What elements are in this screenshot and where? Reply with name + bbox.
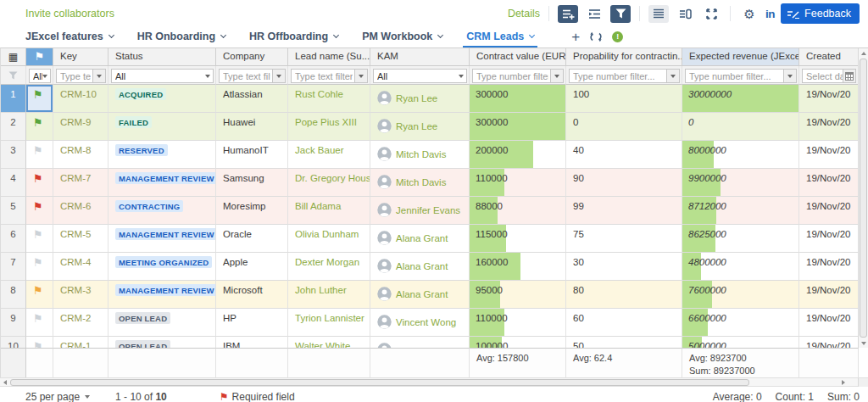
flag-cell[interactable]: ⚑	[26, 141, 53, 169]
contract-value-cell[interactable]: 110000	[470, 309, 566, 337]
details-link[interactable]: Details	[508, 8, 540, 20]
lead-name-cell[interactable]: John Luther	[288, 281, 370, 309]
filter-expected-revenue[interactable]	[682, 66, 799, 85]
contract-value-cell[interactable]: 115000	[470, 225, 566, 253]
filter-status[interactable]: All	[108, 66, 216, 85]
filter-created[interactable]	[799, 66, 859, 85]
row-number-cell[interactable]: 7	[1, 253, 26, 281]
tab-jexcel-features[interactable]: JExcel features	[25, 25, 114, 47]
expected-revenue-cell[interactable]: 8625000	[682, 225, 799, 253]
key-filter-input[interactable]	[56, 69, 93, 83]
created-cell[interactable]: 19/Nov/20	[799, 281, 859, 309]
probability-cell[interactable]: 40	[566, 141, 682, 169]
created-cell[interactable]: 19/Nov/20	[799, 141, 859, 169]
status-cell[interactable]: RESERVED	[108, 141, 216, 169]
contract-value-cell[interactable]: 100000	[470, 337, 566, 348]
kam-cell[interactable]: Mitch Davis	[370, 141, 470, 169]
lead-name-cell[interactable]: Tyrion Lannister	[288, 309, 370, 337]
freeze-columns-button[interactable]	[675, 5, 695, 23]
expected-revenue-cell[interactable]: 4800000	[682, 253, 799, 281]
scroll-up-arrow[interactable]	[859, 48, 868, 58]
flag-cell[interactable]: ⚑	[26, 169, 53, 197]
company-cell[interactable]: Moresimp	[216, 197, 288, 225]
row-density-button[interactable]	[648, 5, 669, 23]
company-cell[interactable]: IBM	[216, 337, 288, 348]
tab-hr-offboarding[interactable]: HR Offboarding	[249, 25, 338, 47]
column-header-created[interactable]: Created	[799, 48, 859, 66]
company-cell[interactable]: Samsung	[216, 169, 288, 197]
lead-name-cell[interactable]: Dexter Morgan	[288, 253, 370, 281]
column-header-lead-name[interactable]: Lead name (Su...	[288, 48, 370, 66]
row-number-cell[interactable]: 6	[1, 225, 26, 253]
expected-revenue-cell[interactable]: 30000000	[682, 85, 799, 113]
flag-cell[interactable]: ⚑	[26, 225, 53, 253]
contract-value-cell[interactable]: 160000	[470, 253, 566, 281]
kam-cell[interactable]: Mitch Davis	[370, 169, 470, 197]
column-header-company[interactable]: Company	[216, 48, 288, 66]
company-filter-input[interactable]	[219, 69, 273, 83]
column-header-flag[interactable]: ⚑	[26, 48, 53, 66]
lead-filter-input[interactable]	[291, 69, 355, 83]
filter-company[interactable]	[216, 66, 288, 85]
kam-cell[interactable]: Vincent Wong	[370, 309, 470, 337]
created-cell[interactable]: 19/Nov/20	[799, 169, 859, 197]
probability-cell[interactable]: 30	[566, 253, 682, 281]
expected-revenue-cell[interactable]: 8000000	[682, 141, 799, 169]
flag-cell[interactable]: ⚑	[26, 85, 53, 113]
status-cell[interactable]: OPEN LEAD	[108, 337, 216, 348]
scroll-right-arrow[interactable]	[838, 378, 848, 387]
add-sheet-button[interactable]: +	[571, 30, 580, 44]
flag-cell[interactable]: ⚑	[26, 113, 53, 141]
row-number-cell[interactable]: 2	[1, 113, 26, 141]
lead-name-cell[interactable]: Dr. Gregory House	[288, 169, 370, 197]
lead-name-cell[interactable]: Rust Cohle	[288, 85, 370, 113]
expected-revenue-cell[interactable]: 7600000	[682, 281, 799, 309]
company-cell[interactable]: Atlassian	[216, 85, 288, 113]
date-picker-button[interactable]	[843, 69, 856, 83]
flag-cell[interactable]: ⚑	[26, 197, 53, 225]
company-cell[interactable]: Microsoft	[216, 281, 288, 309]
contract-value-cell[interactable]: 200000	[470, 141, 566, 169]
horizontal-scrollbar[interactable]	[0, 377, 868, 387]
created-cell[interactable]: 19/Nov/20	[799, 225, 859, 253]
filter-probability[interactable]	[566, 66, 682, 85]
created-cell[interactable]: 19/Nov/20	[799, 113, 859, 141]
status-cell[interactable]: CONTRACTING	[108, 197, 216, 225]
company-cell[interactable]: HumanoIT	[216, 141, 288, 169]
contract-value-cell[interactable]: 300000	[470, 113, 566, 141]
select-all-corner[interactable]: ▦	[1, 48, 26, 66]
fullscreen-button[interactable]	[701, 5, 721, 23]
column-header-kam[interactable]: KAM	[370, 48, 470, 66]
expected-revenue-cell[interactable]: 0	[682, 113, 799, 141]
flag-cell[interactable]: ⚑	[26, 253, 53, 281]
created-cell[interactable]: 19/Nov/20	[799, 309, 859, 337]
issue-key-cell[interactable]: CRM-7	[53, 169, 108, 197]
row-number-cell[interactable]: 5	[1, 197, 26, 225]
filter-flag[interactable]: All	[26, 66, 53, 85]
created-cell[interactable]: 19/Nov/20	[799, 197, 859, 225]
contract-value-cell[interactable]: 110000	[470, 169, 566, 197]
status-cell[interactable]: OPEN LEAD	[108, 309, 216, 337]
kam-cell[interactable]: Jennifer Evans	[370, 197, 470, 225]
filter-key[interactable]	[53, 66, 108, 85]
row-number-cell[interactable]: 9	[1, 309, 26, 337]
row-number-cell[interactable]: 10	[1, 337, 26, 348]
probability-cell[interactable]: 0	[566, 113, 682, 141]
lead-filter-dropdown[interactable]	[355, 69, 368, 83]
contract-value-cell[interactable]: 88000	[470, 197, 566, 225]
filter-button[interactable]	[610, 5, 631, 23]
expected-revenue-cell[interactable]: 6600000	[682, 309, 799, 337]
feedback-button[interactable]: Feedback	[781, 3, 860, 24]
company-filter-dropdown[interactable]	[273, 69, 286, 83]
horizontal-scrollbar-thumb[interactable]	[10, 379, 749, 386]
column-header-expected-revenue[interactable]: Expected revenue (JExcel...	[682, 48, 799, 66]
created-cell[interactable]: 19/Nov/20	[799, 85, 859, 113]
issue-key-cell[interactable]: CRM-10	[53, 85, 108, 113]
date-filter-input[interactable]	[802, 69, 843, 83]
probability-cell[interactable]: 80	[566, 281, 682, 309]
issue-key-cell[interactable]: CRM-6	[53, 197, 108, 225]
issue-key-cell[interactable]: CRM-5	[53, 225, 108, 253]
row-number-cell[interactable]: 1	[1, 85, 26, 113]
vertical-scrollbar-thumb[interactable]	[860, 59, 867, 338]
kam-cell[interactable]: Alana Grant	[370, 225, 470, 253]
